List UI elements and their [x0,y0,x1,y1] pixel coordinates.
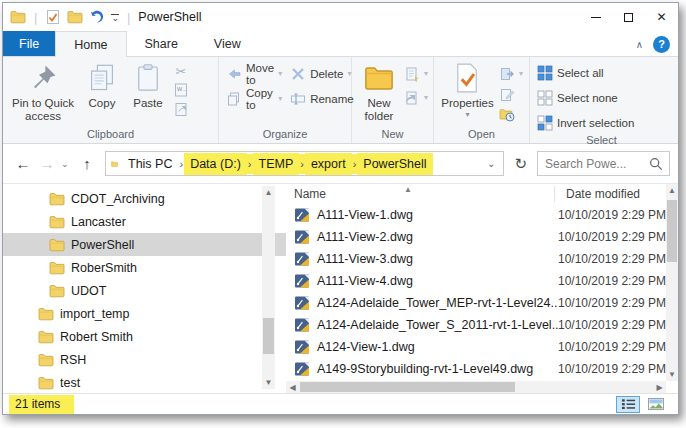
folder-icon [38,375,54,391]
chevron-down-icon: ▾ [465,110,469,119]
file-list: Name ▲ Date modified A111-View-1.dwg10/1… [286,184,678,393]
invert-selection-button[interactable]: Invert selection [534,112,637,133]
tree-item[interactable]: test [3,371,286,393]
address-bar[interactable]: This PC›Data (D:)›TEMP›export›PowerShell… [105,151,504,176]
scroll-left-icon[interactable]: ◀ [286,381,299,393]
scroll-up-icon[interactable]: ▲ [666,184,678,197]
dwg-file-icon [294,339,310,355]
paste-shortcut-icon[interactable] [173,101,189,117]
copy-to-button[interactable]: Copy to ▾ [223,88,285,109]
scroll-down-icon[interactable]: ▼ [666,368,678,381]
dwg-file-icon [294,361,310,377]
tree-item[interactable]: Robert Smith [3,325,286,348]
window-title: PowerShell [138,10,201,24]
copy-path-icon[interactable]: W... [173,82,189,98]
collapse-ribbon-icon[interactable]: ∧ [636,39,643,50]
breadcrumb-segment[interactable]: Data (D:) [184,153,247,175]
column-header-date-modified[interactable]: Date modified [558,187,640,201]
file-row[interactable]: A124-Adelaide_Tower_MEP-rvt-1-Level24...… [286,292,666,314]
pin-label: Pin to Quick access [12,97,74,123]
tab-share[interactable]: Share [127,31,196,57]
tree-item[interactable]: RSH [3,348,286,371]
address-dropdown-chevron-icon[interactable]: ⌄ [479,158,503,169]
file-row[interactable]: A111-View-1.dwg10/10/2019 2:29 PM [286,204,666,226]
scrollbar-thumb[interactable] [300,382,515,392]
new-folder-icon[interactable] [67,9,83,25]
select-all-button[interactable]: Select all [534,62,637,83]
delete-button[interactable]: Delete ▾ [287,63,356,84]
file-row[interactable]: A124-View-1.dwg10/10/2019 2:29 PM [286,336,666,358]
tree-item[interactable]: import_temp [3,302,286,325]
tree-item[interactable]: Lancaster [3,210,286,233]
minimize-button[interactable] [579,3,612,31]
column-header-name[interactable]: Name ▲ [286,187,558,201]
file-row[interactable]: A124-Adelaide_Tower_S_2011-rvt-1-Level..… [286,314,666,336]
up-icon[interactable]: ↑ [77,155,97,172]
tab-view[interactable]: View [196,31,259,57]
back-icon[interactable]: ← [13,155,33,172]
easy-access-button[interactable]: ▾ [404,87,428,108]
scroll-down-icon[interactable]: ▼ [262,376,275,389]
tab-home[interactable]: Home [55,31,126,57]
breadcrumb-segment[interactable]: TEMP [253,153,300,175]
file-row[interactable]: A111-View-4.dwg10/10/2019 2:29 PM [286,270,666,292]
history-icon[interactable] [499,106,515,122]
title-bar: | ⌄ | PowerShell ✕ [3,3,678,31]
scrollbar-thumb[interactable] [263,318,274,354]
folder-icon [106,156,122,172]
scroll-up-icon[interactable]: ▲ [262,186,275,199]
file-row[interactable]: A149-9Storybuilding-rvt-1-Level49.dwg10/… [286,358,666,380]
recent-locations-chevron-icon[interactable]: ⌄ [61,159,73,169]
dwg-file-icon [294,229,310,245]
search-input[interactable] [538,157,647,171]
column-divider[interactable] [554,186,555,202]
close-button[interactable]: ✕ [645,3,678,31]
properties-icon[interactable] [45,9,61,25]
undo-icon[interactable] [89,9,105,25]
file-row[interactable]: A111-View-2.dwg10/10/2019 2:29 PM [286,226,666,248]
open-button[interactable]: ▾ [499,63,523,84]
paste-button[interactable]: Paste [125,59,171,110]
tree-item-label: CDOT_Archiving [71,192,165,206]
forward-icon[interactable]: → [37,155,57,172]
maximize-button[interactable] [612,3,645,31]
thumbnails-view-button[interactable] [644,396,668,413]
group-label-organize: Organize [223,127,347,143]
tree-item[interactable]: PowerShell [3,233,286,256]
tree-item-label: import_temp [60,307,129,321]
group-label-select: Select [534,133,669,149]
qat-customize-icon[interactable]: ⌄ [111,14,119,21]
file-row[interactable]: A111-View-3.dwg10/10/2019 2:29 PM [286,248,666,270]
new-item-button[interactable]: ▾ [404,63,428,84]
tree-item[interactable]: CDOT_Archiving [3,187,286,210]
help-button[interactable]: ? [653,36,670,53]
list-header: Name ▲ Date modified [286,184,678,204]
folder-icon[interactable] [10,9,26,25]
properties-button[interactable]: Properties ▾ [438,59,497,119]
details-view-button[interactable] [616,396,640,413]
refresh-icon[interactable]: ↻ [508,155,533,173]
scroll-right-icon[interactable]: ▶ [653,381,666,393]
copy-button[interactable]: Copy [79,59,125,110]
rename-button[interactable]: Rename [287,88,356,109]
divider: | [127,10,130,25]
list-horizontal-scrollbar[interactable]: ◀ ▶ [286,381,666,393]
search-box[interactable] [537,151,670,176]
move-to-button[interactable]: Move to ▾ [223,63,285,84]
new-folder-button[interactable]: New folder [356,59,402,123]
properties-label: Properties [441,97,493,110]
scrollbar-thumb[interactable] [667,200,677,262]
breadcrumb-segment[interactable]: export [305,153,352,175]
breadcrumb-segment[interactable]: This PC [122,153,178,175]
tree-scrollbar[interactable]: ▲ ▼ [262,186,275,389]
edit-icon[interactable] [499,87,515,103]
copy-to-icon [226,91,242,107]
tree-item[interactable]: RoberSmith [3,256,286,279]
pin-to-quick-access-button[interactable]: Pin to Quick access [7,59,79,123]
list-vertical-scrollbar[interactable]: ▲ ▼ [666,184,678,381]
select-none-button[interactable]: Select none [534,87,637,108]
breadcrumb-segment[interactable]: PowerShell [357,153,432,175]
cut-icon[interactable]: ✂ [173,63,189,79]
tree-item[interactable]: UDOT [3,279,286,302]
tab-file[interactable]: File [3,31,55,57]
